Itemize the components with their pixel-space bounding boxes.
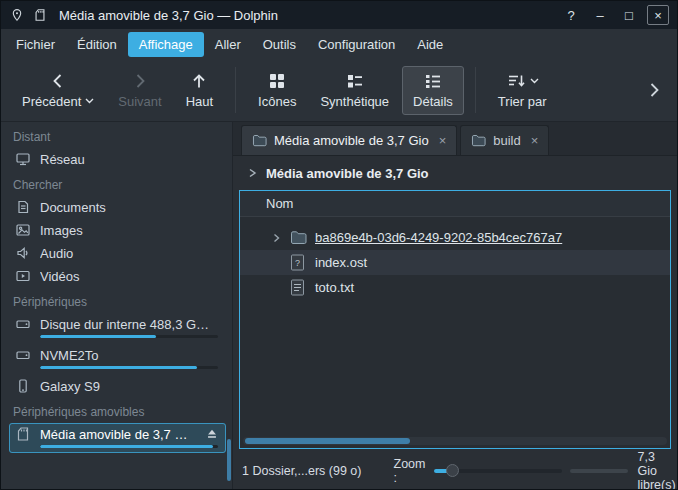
disk-usage-bar	[40, 335, 218, 338]
documents-icon	[15, 199, 31, 215]
sidebar-item-images[interactable]: Images	[9, 219, 226, 241]
tab-bar-empty-space	[552, 125, 671, 155]
sidebar-item-disque-interne[interactable]: Disque dur interne 488,3 G…	[9, 313, 226, 343]
horizontal-scrollbar[interactable]	[243, 437, 667, 445]
network-icon	[15, 151, 31, 167]
details-view-button[interactable]: Détails	[402, 66, 464, 115]
window-title: Média amovible de 3,7 Gio — Dolphin	[59, 8, 278, 23]
icons-view-button[interactable]: Icônes	[247, 66, 307, 115]
app-icon[interactable]	[32, 7, 48, 23]
section-header-chercher: Chercher	[13, 178, 222, 192]
section-header-distant: Distant	[13, 130, 222, 144]
phone-icon	[15, 378, 31, 394]
sidebar-item-nvme2to[interactable]: NVME2To	[9, 344, 226, 374]
forward-button[interactable]: Suivant	[107, 66, 172, 115]
sidebar-item-documents[interactable]: Documents	[9, 196, 226, 218]
chevron-left-icon	[48, 72, 68, 90]
expand-arrow-icon[interactable]	[270, 232, 282, 244]
menu-aide[interactable]: Aide	[406, 32, 454, 57]
help-button[interactable]: ?	[560, 5, 582, 25]
hard-drive-icon	[15, 316, 31, 332]
sidebar-item-audio[interactable]: Audio	[9, 242, 226, 264]
zoom-label: Zoom :	[394, 457, 426, 485]
zoom-control: Zoom :	[394, 457, 563, 485]
up-button[interactable]: Haut	[175, 66, 224, 115]
chevron-right-icon	[130, 72, 150, 90]
horizontal-scrollbar-thumb[interactable]	[245, 438, 410, 444]
icons-view-label: Icônes	[258, 94, 296, 109]
toolbar: Précédent Suivant Haut Icônes	[1, 59, 677, 122]
chevron-right-icon[interactable]	[246, 167, 258, 179]
main-panel: Média amovible de 3,7 Gio × build × Médi…	[233, 122, 677, 489]
free-space-bar	[570, 469, 628, 473]
compact-view-button[interactable]: Synthétique	[309, 66, 400, 115]
toolbar-separator	[475, 67, 476, 113]
sidebar-item-label: Images	[40, 223, 220, 238]
titlebar[interactable]: Média amovible de 3,7 Gio — Dolphin ? – …	[1, 1, 677, 29]
file-row-folder[interactable]: ba869e4b-03d6-4249-9202-85b4cec767a7	[240, 225, 670, 250]
sidebar-item-reseau[interactable]: Réseau	[9, 148, 226, 170]
back-button[interactable]: Précédent	[11, 66, 105, 115]
sidebar-item-label: Disque dur interne 488,3 G…	[40, 317, 220, 332]
file-row-index-ost[interactable]: ? index.ost	[240, 250, 670, 275]
minimize-button[interactable]: –	[589, 5, 611, 25]
menu-configuration[interactable]: Configuration	[307, 32, 406, 57]
maximize-button[interactable]: □	[618, 5, 640, 25]
breadcrumb-location[interactable]: Média amovible de 3,7 Gio	[266, 166, 429, 181]
compact-view-icon	[345, 72, 365, 90]
section-header-peripheriques: Périphériques	[13, 295, 222, 309]
sidebar-item-videos[interactable]: Vidéos	[9, 265, 226, 287]
sidebar-item-label: Réseau	[40, 152, 220, 167]
close-button[interactable]: ×	[647, 5, 669, 25]
tab-bar: Média amovible de 3,7 Gio × build ×	[233, 122, 677, 156]
arrow-up-icon	[189, 72, 209, 90]
eject-icon[interactable]	[204, 426, 220, 442]
places-panel: Distant Réseau Chercher Documents Images	[1, 122, 233, 489]
file-name: toto.txt	[315, 280, 354, 295]
chevron-down-icon	[85, 98, 94, 104]
sort-by-button[interactable]: Trier par	[487, 66, 558, 115]
breadcrumb[interactable]: Média amovible de 3,7 Gio	[233, 156, 677, 190]
sd-card-icon	[15, 426, 31, 442]
sidebar-item-label: Média amovible de 3,7 …	[40, 427, 195, 442]
file-name: index.ost	[315, 255, 367, 270]
section-header-peripheriques-amovibles: Périphériques amovibles	[13, 405, 222, 419]
menu-edition[interactable]: Édition	[66, 32, 128, 57]
menu-affichage[interactable]: Affichage	[128, 32, 204, 57]
tab-media-amovible[interactable]: Média amovible de 3,7 Gio ×	[241, 125, 457, 155]
free-space-widget: 7,3 Gio libre(s)	[570, 450, 675, 490]
folder-view[interactable]: Nom ba869e4b-03d6-4249-9202-85b4cec767a7	[239, 190, 671, 449]
menu-fichier[interactable]: Fichier	[5, 32, 66, 57]
tab-close-icon[interactable]: ×	[531, 133, 539, 148]
column-header-nom[interactable]: Nom	[240, 191, 670, 217]
compact-view-label: Synthétique	[320, 94, 389, 109]
tab-build[interactable]: build ×	[460, 125, 549, 155]
content-area: Distant Réseau Chercher Documents Images	[1, 122, 677, 489]
hard-drive-icon	[15, 347, 31, 363]
folder-icon	[471, 134, 486, 147]
disk-usage-bar	[40, 366, 218, 369]
column-header-label: Nom	[266, 196, 293, 211]
unknown-file-icon: ?	[290, 254, 307, 271]
back-label: Précédent	[22, 94, 81, 109]
tab-close-icon[interactable]: ×	[439, 133, 447, 148]
forward-label: Suivant	[118, 94, 161, 109]
zoom-slider[interactable]	[434, 469, 562, 473]
zoom-slider-handle[interactable]	[446, 464, 459, 477]
sidebar-item-media-amovible[interactable]: Média amovible de 3,7 …	[9, 423, 226, 453]
file-row-toto-txt[interactable]: toto.txt	[240, 275, 670, 300]
images-icon	[15, 222, 31, 238]
videos-icon	[15, 268, 31, 284]
sort-by-label: Trier par	[498, 94, 547, 109]
file-list: ba869e4b-03d6-4249-9202-85b4cec767a7 ? i…	[240, 217, 670, 448]
window-pin-icon[interactable]	[9, 7, 25, 23]
toolbar-overflow-button[interactable]	[641, 77, 667, 103]
sidebar-scrollbar[interactable]	[227, 439, 231, 481]
tab-label: build	[493, 133, 520, 148]
menu-outils[interactable]: Outils	[252, 32, 307, 57]
menu-aller[interactable]: Aller	[204, 32, 252, 57]
text-file-icon	[290, 279, 307, 296]
sidebar-item-galaxy-s9[interactable]: Galaxy S9	[9, 375, 226, 397]
toolbar-separator	[235, 67, 236, 113]
details-view-icon	[423, 72, 443, 90]
